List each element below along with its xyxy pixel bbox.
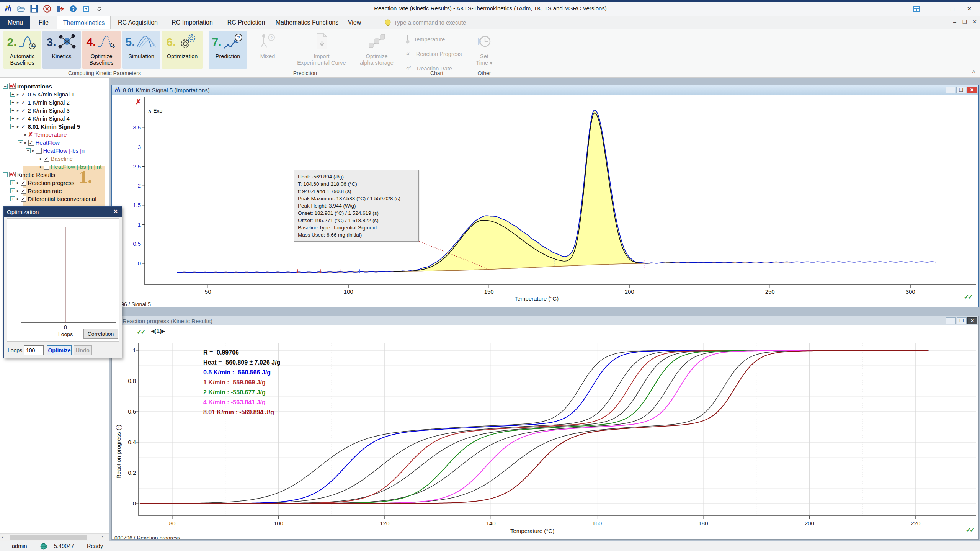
chart2-close-button[interactable]: ✕ bbox=[967, 317, 977, 324]
tree-chart-icon bbox=[9, 83, 16, 90]
chart1-ok-icon[interactable]: ✓✓ bbox=[964, 293, 972, 301]
ribbon-button-simulation[interactable]: 5.Simulation bbox=[122, 31, 160, 69]
tree-item-0-5-k-min-signal-1[interactable]: +▸✓0.5 K/min Signal 1 bbox=[10, 90, 74, 98]
tree-expander[interactable]: + bbox=[10, 188, 15, 193]
child-close-button[interactable]: ✕ bbox=[970, 19, 980, 26]
tree-item-heatflow-bs-n-int[interactable]: ▸HeatFlow |-bs |n |int bbox=[33, 163, 101, 171]
child-minimize-button[interactable]: – bbox=[950, 19, 960, 26]
tree-item-2-k-min-signal-3[interactable]: +▸✓2 K/min Signal 3 bbox=[10, 106, 70, 114]
tree-checkbox[interactable]: ✓ bbox=[21, 196, 26, 202]
optimize-button[interactable]: Optimize bbox=[47, 345, 72, 355]
ribbon-button-set-time[interactable]: SetTime ▾ bbox=[472, 31, 497, 69]
import-doc-icon bbox=[312, 32, 332, 52]
tree-checkbox[interactable]: ✓ bbox=[21, 108, 26, 113]
tab-file[interactable]: File bbox=[30, 16, 57, 29]
minimize-button[interactable]: – bbox=[929, 4, 942, 13]
child-restore-button[interactable]: ❐ bbox=[960, 19, 970, 26]
tab-menu[interactable]: Menu bbox=[0, 16, 30, 29]
tab-rc-acquisition[interactable]: RC Acquisition bbox=[111, 16, 165, 29]
tree-item-temperature[interactable]: ▸✗Temperature bbox=[18, 131, 67, 139]
correlation-button[interactable]: Correlation bbox=[83, 329, 118, 339]
tree-item-baseline[interactable]: ▸✓Baseline bbox=[33, 155, 73, 163]
tree-item-heatflow-bs-n[interactable]: −▸HeatFlow |-bs |n bbox=[26, 147, 85, 155]
tree-expander[interactable]: + bbox=[10, 100, 15, 105]
tree-expander[interactable]: − bbox=[18, 140, 23, 145]
ribbon-button-optimize-baselines[interactable]: 4.OptimizeBaselines bbox=[82, 31, 121, 69]
ribbon-button-label: Mixed bbox=[260, 53, 275, 60]
ribbon-button-mixed[interactable]: ?Mixed bbox=[250, 31, 285, 69]
chart2-minimize-button[interactable]: – bbox=[946, 317, 956, 324]
tree-checkbox[interactable]: ✓ bbox=[28, 140, 34, 146]
tree-checkbox[interactable]: ✓ bbox=[21, 188, 26, 194]
tree-excluded-icon[interactable]: ✗ bbox=[28, 131, 33, 138]
tree-item-label: HeatFlow |-bs |n |int bbox=[51, 164, 102, 170]
tree-checkbox[interactable]: ✓ bbox=[21, 124, 26, 129]
tab-view[interactable]: View bbox=[341, 16, 368, 29]
scrollbar-thumb[interactable] bbox=[10, 535, 87, 540]
signal5-chart-titlebar[interactable]: 8.01 K/min Signal 5 (Importations) – ❐ ✕ bbox=[112, 85, 978, 95]
chart1-close-button[interactable]: ✕ bbox=[967, 87, 977, 93]
chart2-maximize-button[interactable]: ❐ bbox=[957, 317, 967, 324]
ribbon-button-optimize-alpha-storage[interactable]: Optimizealpha storage bbox=[354, 31, 399, 69]
scroll-right-arrow[interactable]: › bbox=[102, 534, 103, 540]
tree-expander[interactable]: − bbox=[26, 148, 31, 153]
reaction-progress-titlebar[interactable]: Reaction progress (Kinetic Results) – ❐ … bbox=[112, 316, 978, 325]
ribbon-button-prediction[interactable]: 7.?Prediction bbox=[209, 31, 247, 69]
tab-mathematics-functions[interactable]: Mathematics Functions bbox=[273, 16, 341, 29]
tree-item-8-01-k-min-signal-5[interactable]: −▸✓8.01 K/min Signal 5 bbox=[10, 123, 80, 131]
tree-expander[interactable]: + bbox=[10, 92, 15, 97]
tree-expander[interactable]: − bbox=[3, 172, 8, 177]
chart1-maximize-button[interactable]: ❐ bbox=[956, 87, 966, 93]
tree-item-importations[interactable]: −Importations bbox=[3, 82, 52, 90]
optimization-close-button[interactable]: ✕ bbox=[112, 208, 119, 215]
tree-item-1-k-min-signal-2[interactable]: +▸✓1 K/min Signal 2 bbox=[10, 98, 70, 106]
tree-expander[interactable]: − bbox=[10, 124, 15, 129]
layout-icon[interactable] bbox=[910, 4, 923, 13]
status-value: 5.49047 bbox=[54, 543, 74, 549]
tree-item-kinetic-results[interactable]: −Kinetic Results bbox=[3, 171, 55, 179]
optimization-dialog-titlebar[interactable]: Optimization bbox=[4, 207, 122, 217]
maximize-button[interactable]: □ bbox=[946, 4, 959, 13]
ribbon-button-optimization[interactable]: 6.Optimization bbox=[162, 31, 203, 69]
tree-expander[interactable]: + bbox=[10, 116, 15, 121]
tree-item-differential-isoconversional[interactable]: +▸✓Differential isoconversional bbox=[10, 195, 96, 203]
tree-checkbox[interactable] bbox=[44, 164, 49, 170]
loops-input[interactable] bbox=[24, 345, 44, 355]
tree-expander[interactable]: + bbox=[10, 180, 15, 185]
ribbon-button-import-experimental-curve[interactable]: ImportExperimental Curve bbox=[291, 31, 353, 69]
tree-checkbox[interactable]: ✓ bbox=[21, 92, 26, 97]
tab-thermokinetics[interactable]: Thermokinetics bbox=[57, 16, 111, 29]
lightbulb-icon bbox=[384, 19, 392, 27]
tree-expander[interactable]: + bbox=[10, 196, 15, 201]
tab-rc-prediction[interactable]: RC Prediction bbox=[219, 16, 273, 29]
tree-item-reaction-rate[interactable]: +▸✓Reaction rate bbox=[10, 187, 62, 195]
ribbon-collapse-chevron[interactable]: ^ bbox=[972, 69, 975, 76]
close-button[interactable]: ✕ bbox=[963, 4, 976, 13]
tree-checkbox[interactable] bbox=[36, 148, 42, 154]
ribbon-button-kinetics[interactable]: 3.Kinetics bbox=[42, 31, 81, 69]
tree-expander[interactable]: + bbox=[10, 108, 15, 113]
scroll-left-arrow[interactable]: ‹ bbox=[2, 534, 3, 540]
ribbon-item-temperature[interactable]: Temperature bbox=[405, 33, 467, 46]
ribbon-button-automatic-baselines[interactable]: 2.AutomaticBaselines bbox=[3, 31, 41, 69]
tree-horizontal-scrollbar[interactable]: ‹ › bbox=[0, 533, 109, 541]
delete-peak-icon[interactable]: ✗ bbox=[136, 98, 141, 106]
tree-checkbox[interactable]: ✓ bbox=[21, 116, 26, 121]
molecule-icon bbox=[57, 32, 77, 52]
curve-nav-control[interactable]: ◂(1)▸ bbox=[151, 327, 165, 335]
chart2-ok-icon[interactable]: ✓✓ bbox=[137, 328, 145, 336]
ribbon-item-reaction-progress[interactable]: ∝Reaction Progress bbox=[405, 48, 467, 60]
tab-rc-importation[interactable]: RC Importation bbox=[165, 16, 219, 29]
command-input[interactable]: Type a command to execute bbox=[394, 19, 466, 26]
signal5-plot[interactable] bbox=[113, 95, 978, 306]
undo-button[interactable]: Undo bbox=[74, 345, 92, 355]
chart2-ok-icon-bottom[interactable]: ✓✓ bbox=[966, 526, 974, 534]
tree-item-heatflow[interactable]: −▸✓HeatFlow bbox=[18, 139, 60, 147]
tree-checkbox[interactable]: ✓ bbox=[21, 100, 26, 105]
tree-item-reaction-progress[interactable]: +▸✓Reaction progress bbox=[10, 179, 74, 187]
tree-checkbox[interactable]: ✓ bbox=[44, 156, 49, 162]
tree-item-4-k-min-signal-4[interactable]: +▸✓4 K/min Signal 4 bbox=[10, 114, 70, 123]
chart1-minimize-button[interactable]: – bbox=[946, 87, 956, 93]
tree-checkbox[interactable]: ✓ bbox=[21, 180, 26, 186]
tree-expander[interactable]: − bbox=[3, 84, 8, 89]
